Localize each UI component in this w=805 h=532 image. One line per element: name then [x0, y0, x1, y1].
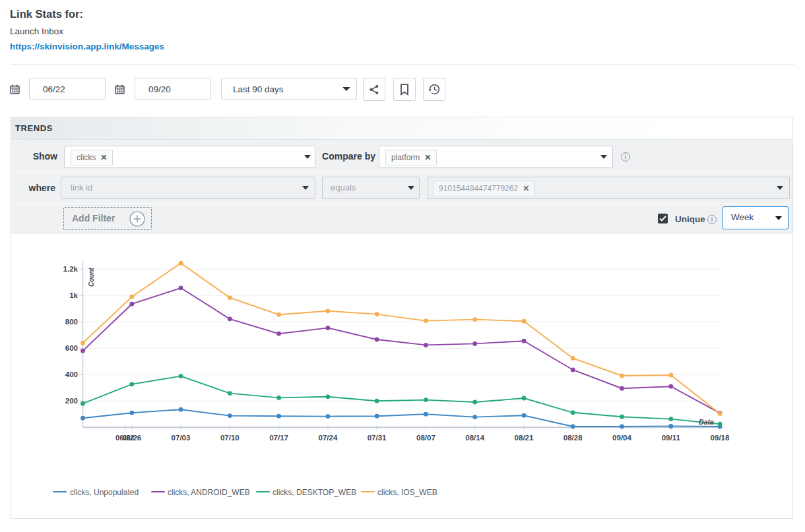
svg-text:600: 600: [65, 344, 78, 352]
svg-text:200: 200: [65, 397, 78, 405]
svg-text:07/03: 07/03: [172, 434, 191, 442]
svg-text:07/31: 07/31: [368, 434, 387, 442]
svg-text:07/24: 07/24: [319, 434, 338, 442]
svg-text:07/17: 07/17: [269, 434, 288, 442]
svg-text:06/26: 06/26: [122, 434, 141, 442]
svg-text:1k: 1k: [69, 291, 78, 299]
svg-text:07/10: 07/10: [220, 434, 240, 442]
svg-text:08/14: 08/14: [465, 434, 484, 442]
svg-text:Count: Count: [88, 267, 95, 287]
svg-text:09/18: 09/18: [711, 434, 730, 442]
svg-text:400: 400: [65, 370, 78, 378]
svg-text:1.2k: 1.2k: [63, 265, 79, 273]
svg-text:08/28: 08/28: [564, 434, 583, 442]
svg-text:Date: Date: [699, 418, 714, 426]
svg-text:08/07: 08/07: [416, 434, 435, 442]
svg-text:09/04: 09/04: [612, 434, 631, 442]
svg-text:09/11: 09/11: [662, 434, 681, 442]
svg-text:800: 800: [65, 318, 78, 326]
svg-text:08/21: 08/21: [515, 434, 534, 442]
